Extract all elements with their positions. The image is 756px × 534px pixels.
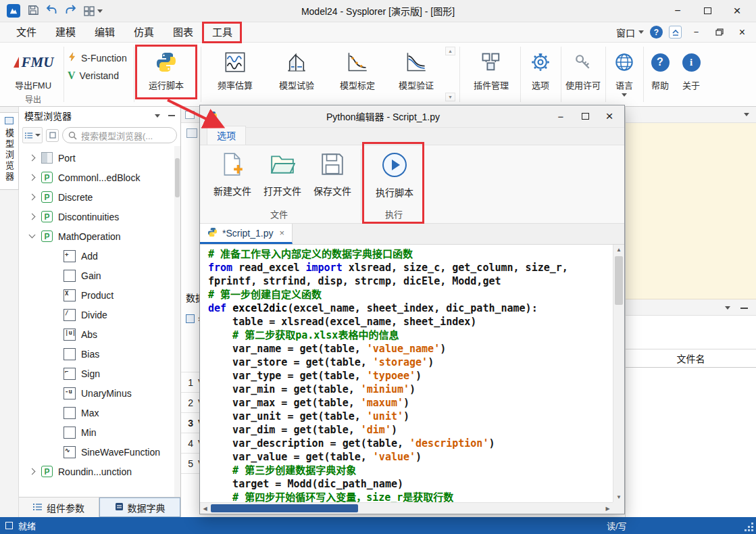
ribbon-help-button[interactable]: ? 帮助 [646, 48, 674, 91]
script-tab[interactable]: *Script_1.py × [200, 224, 293, 244]
code-editor[interactable]: # 准备工作导入内部定义的数据字典接口函数from read_excel imp… [200, 245, 613, 502]
model-calibration-button[interactable]: 模型标定 [329, 48, 386, 91]
search-placeholder: 搜索模型浏览器(... [81, 129, 153, 142]
menu-window[interactable]: 窗口 [616, 26, 644, 39]
expand-chevron-icon[interactable] [29, 214, 36, 220]
options-button[interactable]: 选项 [523, 48, 558, 91]
tree-item-product[interactable]: XProduct [19, 285, 180, 305]
close-button[interactable]: × [722, 0, 752, 22]
redo-icon[interactable] [65, 5, 76, 17]
grid-tool-icon[interactable] [84, 6, 103, 16]
menu-item-simulation[interactable]: 仿真 [124, 22, 163, 43]
tree-item-add[interactable]: +Add [19, 246, 180, 266]
expand-chevron-icon[interactable] [29, 194, 36, 201]
scrollbar-thumb[interactable] [615, 256, 623, 305]
dialog-titlebar[interactable]: Python编辑器 - Script_1.py − × [200, 105, 624, 128]
help-icon[interactable]: ? [650, 26, 663, 39]
dialog-close-button[interactable]: × [597, 106, 622, 126]
ribbon-scroll-up-button[interactable]: ▲ [445, 47, 455, 55]
tree-item-label: Roundin...unction [58, 466, 132, 477]
veristand-button[interactable]: V Veristand [68, 70, 119, 82]
doc-restore-button[interactable] [711, 25, 728, 40]
scroll-left-icon[interactable]: ◀ [200, 503, 210, 514]
horizontal-scrollbar[interactable]: ◀ ▶ [200, 502, 613, 514]
scrollbar-thumb[interactable] [211, 504, 358, 512]
filter-icon[interactable] [46, 129, 59, 142]
search-input[interactable]: 搜索模型浏览器(... [62, 127, 177, 143]
tree-item-min[interactable]: Min [19, 422, 180, 442]
tree-item-sign[interactable]: ⌐Sign [19, 364, 180, 383]
dialog-menu-options[interactable]: 选项 [207, 126, 246, 145]
vertical-scrollbar[interactable]: ▲ ▼ [613, 245, 624, 502]
tree-item-unaryminus[interactable]: -uUnaryMinus [19, 383, 180, 403]
export-fmu-button[interactable]: FMU 导出FMU [5, 48, 61, 91]
tree-scrollbar[interactable] [174, 146, 180, 497]
frequency-estimation-button[interactable]: 频率估算 [207, 48, 263, 91]
ribbon-scroll-down-button[interactable]: ▼ [445, 93, 455, 101]
execute-script-button[interactable]: 执行脚本 [368, 151, 422, 199]
block-icon: X [64, 289, 76, 301]
panel-menu-caret-icon[interactable] [155, 114, 160, 118]
dialog-maximize-button[interactable] [573, 106, 597, 126]
dock-panel-icon[interactable] [186, 128, 197, 138]
tree-item-port[interactable]: Port [19, 148, 180, 168]
scroll-down-icon[interactable]: ▼ [613, 492, 624, 502]
collapse-ribbon-icon[interactable] [669, 26, 682, 39]
expand-chevron-icon[interactable] [29, 468, 36, 475]
save-icon[interactable] [28, 5, 39, 18]
menu-item-charts[interactable]: 图表 [163, 22, 203, 43]
tab-component-parameters[interactable]: 组件参数 [19, 497, 99, 517]
window-tile-icon[interactable] [185, 111, 195, 119]
tree-item-gain[interactable]: Gain [19, 266, 180, 285]
tree-item-abs[interactable]: |u|Abs [19, 324, 180, 344]
tree-item-divide[interactable]: /Divide [19, 305, 180, 324]
about-button[interactable]: i 关于 [677, 48, 705, 91]
minimize-button[interactable]: − [663, 0, 692, 22]
doc-close-button[interactable]: × [734, 25, 751, 40]
save-file-button[interactable]: 保存文件 [309, 151, 355, 197]
expand-chevron-icon[interactable] [29, 174, 36, 181]
resize-grip[interactable] [745, 523, 753, 531]
s-function-button[interactable]: S-Function [68, 51, 127, 64]
tree-item-discontinuities[interactable]: PDiscontinuities [19, 207, 180, 226]
model-browser-vertical-tab[interactable]: 模型浏览器 [0, 112, 19, 190]
scroll-up-icon[interactable]: ▲ [613, 245, 624, 255]
tree-item-discrete[interactable]: PDiscrete [19, 187, 180, 207]
plugin-manager-button[interactable]: 插件管理 [463, 48, 519, 91]
language-button[interactable]: 语言 [607, 48, 641, 97]
menu-item-tools[interactable]: 工具 [203, 22, 242, 43]
model-validation-button[interactable]: 模型验证 [388, 48, 444, 91]
model-test-button[interactable]: 模型试验 [268, 48, 325, 91]
tree-item-sinewavefunction[interactable]: ∿SineWaveFunction [19, 442, 180, 462]
close-tab-icon[interactable]: × [279, 228, 284, 238]
model-browser-panel: 模型浏览器 搜索模型浏览器(... PortPCommonl...edBlock… [19, 107, 181, 517]
license-button[interactable]: 使用许可 [562, 48, 604, 91]
menu-item-file[interactable]: 文件 [7, 22, 46, 43]
scrollbar-thumb[interactable] [175, 158, 180, 197]
tab-data-dictionary[interactable]: 数据字典 [99, 497, 180, 517]
expand-chevron-icon[interactable] [29, 155, 36, 162]
dialog-minimize-button[interactable]: − [549, 106, 573, 126]
file-name-column-header[interactable]: 文件名 [626, 349, 756, 368]
panel-caret-icon[interactable] [725, 306, 730, 310]
tree-item-bias[interactable]: Bias [19, 344, 180, 364]
panel-caret-icon[interactable] [744, 113, 749, 116]
ribbon-separator [134, 47, 134, 102]
tree-item-commonl-edblock[interactable]: PCommonl...edBlock [19, 168, 180, 187]
tree-item-roundin-unction[interactable]: PRoundin...unction [19, 462, 180, 481]
tree-item-mathoperation[interactable]: PMathOperation [19, 226, 180, 246]
doc-minimize-button[interactable]: − [688, 25, 705, 40]
tree-view-mode-button[interactable] [22, 127, 43, 143]
new-file-button[interactable]: 新建文件 [209, 151, 255, 197]
undo-icon[interactable] [46, 5, 57, 17]
maximize-button[interactable] [692, 0, 722, 22]
scroll-right-icon[interactable]: ▶ [603, 503, 613, 514]
run-script-button[interactable]: 运行脚本 [138, 48, 195, 91]
panel-minimize-icon[interactable] [168, 115, 175, 116]
menu-item-edit[interactable]: 编辑 [85, 22, 124, 43]
open-file-button[interactable]: 打开文件 [259, 151, 305, 197]
menu-item-modeling[interactable]: 建模 [46, 22, 85, 43]
collapse-chevron-icon[interactable] [29, 232, 36, 239]
panel-minimize-icon[interactable] [740, 308, 748, 309]
tree-item-max[interactable]: Max [19, 403, 180, 422]
